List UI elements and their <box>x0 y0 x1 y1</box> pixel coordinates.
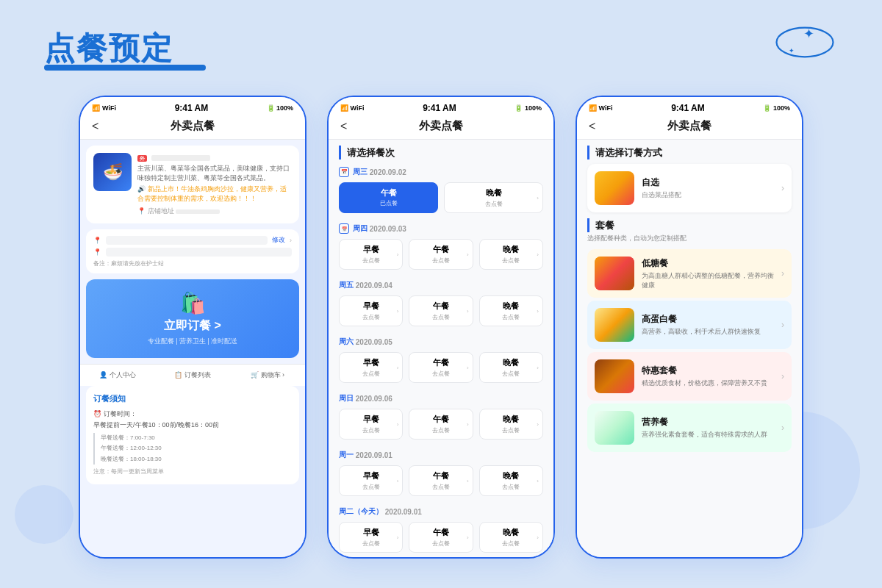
restaurant-img: 🍜 <box>93 153 132 191</box>
low-sugar-desc: 为高血糖人群精心调整的低糖配餐，营养均衡健康 <box>642 271 774 290</box>
meal-dinner-wed[interactable]: 晚餐 去点餐 › <box>444 182 543 213</box>
meal-lunch-wed[interactable]: 午餐 已点餐 <box>339 182 438 213</box>
address-note: 备注：麻烦请先放在护士站 <box>93 259 292 268</box>
nutrition-name: 营养餐 <box>642 416 774 429</box>
meal-dinner-sun[interactable]: 晚餐去点餐› <box>479 409 543 440</box>
day-mon-slots: 早餐去点餐› 午餐去点餐› 晚餐去点餐› <box>329 462 553 502</box>
phone1-nav-title: 外卖点餐 <box>171 119 215 133</box>
day-tue-slots: 早餐去点餐› 午餐去点餐› 晚餐去点餐› <box>329 519 553 559</box>
phone2: 📶 WiFi 9:41 AM 🔋 100% < 外卖点餐 请选择餐次 📅 周三 … <box>327 96 555 559</box>
high-protein-card[interactable]: 高蛋白餐 高营养，高吸收，利于术后人群快速恢复 › <box>587 301 792 349</box>
phone3: 📶 WiFi 9:41 AM 🔋 100% < 外卖点餐 请选择订餐方式 自选 … <box>576 96 803 559</box>
phone2-nav-title: 外卖点餐 <box>419 119 463 133</box>
meal-lunch-sun[interactable]: 午餐去点餐› <box>409 409 473 440</box>
phone3-section-order: 请选择订餐方式 <box>595 147 662 158</box>
low-sugar-arrow: › <box>781 268 784 279</box>
order-btn-icon: 🛍️ <box>98 291 287 315</box>
nutrition-img <box>595 411 634 445</box>
phone3-back-btn[interactable]: < <box>589 120 595 133</box>
meal-breakfast-fri[interactable]: 早餐去点餐› <box>339 295 403 326</box>
day-sat-slots: 早餐去点餐› 午餐去点餐› 晚餐去点餐› <box>329 349 553 389</box>
phone1-back-btn[interactable]: < <box>92 120 98 133</box>
meal-dinner-tue[interactable]: 晚餐去点餐› <box>479 522 543 553</box>
meal-lunch-fri[interactable]: 午餐去点餐› <box>409 295 473 326</box>
day-sat-header: 周六 2020.09.05 <box>329 332 553 349</box>
low-sugar-info: 低糖餐 为高血糖人群精心调整的低糖配餐，营养均衡健康 <box>642 257 774 290</box>
phone1: 📶 WiFi 9:41 AM 🔋100% < 外卖点餐 🍜 外 <box>79 96 306 559</box>
meal-breakfast-thu[interactable]: 早餐去点餐› <box>339 239 403 270</box>
phone3-battery: 🔋 100% <box>763 104 790 112</box>
nav-cart[interactable]: 🛒 购物车 › <box>230 370 305 380</box>
special-img <box>595 359 634 393</box>
high-protein-info: 高蛋白餐 高营养，高吸收，利于术后人群快速恢复 <box>642 313 774 337</box>
meal-lunch-tue[interactable]: 午餐去点餐› <box>409 522 473 553</box>
high-protein-name: 高蛋白餐 <box>642 313 774 326</box>
phone1-battery: 🔋100% <box>267 104 293 112</box>
phone1-content: 🍜 外 主营川菜、粤菜等全国各式菜品，美味健康，支持口味独特定制主营川菜、粤菜等… <box>80 140 305 559</box>
nutrition-arrow: › <box>781 423 784 433</box>
custom-order-img <box>595 171 634 205</box>
restaurant-name: 外 <box>137 153 292 162</box>
meal-dinner-fri[interactable]: 晚餐去点餐› <box>479 295 543 326</box>
phone3-section-set: 套餐 <box>595 220 614 231</box>
high-protein-arrow: › <box>781 320 784 330</box>
meal-dinner-sat[interactable]: 晚餐去点餐› <box>479 352 543 383</box>
low-sugar-card[interactable]: 低糖餐 为高血糖人群精心调整的低糖配餐，营养均衡健康 › <box>587 249 792 298</box>
nutrition-card[interactable]: 营养餐 营养强化素食套餐，适合有特殊需求的人群 › <box>587 404 792 452</box>
day-wed-slots: 午餐 已点餐 晚餐 去点餐 › <box>329 179 553 219</box>
address-row2: 📍 <box>93 248 292 257</box>
cal-icon-wed: 📅 <box>339 167 349 177</box>
day-wed-header: 📅 周三 2020.09.02 <box>329 162 553 179</box>
custom-order-desc: 自选菜品搭配 <box>642 190 774 200</box>
day-fri-slots: 早餐去点餐› 午餐去点餐› 晚餐去点餐› <box>329 293 553 332</box>
notice-note: 注意：每周一更新当周菜单 <box>93 467 292 477</box>
meal-dinner-thu[interactable]: 晚餐去点餐› <box>479 239 543 270</box>
phone1-time: 9:41 AM <box>175 103 209 113</box>
nav-orders[interactable]: 📋 订餐列表 <box>155 370 230 380</box>
high-protein-desc: 高营养，高吸收，利于术后人群快速恢复 <box>642 327 774 337</box>
order-btn-card[interactable]: 🛍️ 立即订餐 > 专业配餐 | 营养卫生 | 准时配送 <box>86 279 299 358</box>
meal-breakfast-tue[interactable]: 早餐去点餐› <box>339 522 403 553</box>
phone1-bottom-nav: 👤 个人中心 📋 订餐列表 🛒 购物车 › <box>80 364 305 386</box>
meal-breakfast-mon[interactable]: 早餐去点餐› <box>339 465 403 496</box>
day-tue-header: 周二（今天） 2020.09.01 <box>329 502 553 519</box>
phone3-navbar: < 外卖点餐 <box>577 116 802 140</box>
deco-orbit: ✦ ✦ <box>772 22 838 62</box>
special-desc: 精选优质食材，价格优惠，保障营养又不贵 <box>642 379 774 388</box>
phone1-status-bar: 📶 WiFi 9:41 AM 🔋100% <box>80 97 305 116</box>
restaurant-info: 外 主营川菜、粤菜等全国各式菜品，美味健康，支持口味独特定制主营川菜、粤菜等全国… <box>137 153 292 216</box>
phone2-navbar: < 外卖点餐 <box>329 116 553 140</box>
meal-lunch-sat[interactable]: 午餐去点餐› <box>409 352 473 383</box>
phone2-back-btn[interactable]: < <box>340 120 347 133</box>
restaurant-desc: 主营川菜、粤菜等全国各式菜品，美味健康，支持口味独特定制主营川菜、粤菜等全国各式… <box>137 164 292 182</box>
special-card[interactable]: 特惠套餐 精选优质食材，价格优惠，保障营养又不贵 › <box>587 352 792 401</box>
day-thu-header: 📅 周四 2020.09.03 <box>329 219 553 236</box>
order-btn-sub: 专业配餐 | 营养卫生 | 准时配送 <box>98 337 287 346</box>
nutrition-info: 营养餐 营养强化素食套餐，适合有特殊需求的人群 <box>642 416 774 440</box>
custom-order-info: 自选 自选菜品搭配 <box>642 176 774 200</box>
page-title: 点餐预定 <box>44 28 173 69</box>
notice-title: 订餐须知 <box>93 393 292 404</box>
meal-lunch-mon[interactable]: 午餐去点餐› <box>409 465 473 496</box>
custom-order-arrow: › <box>781 183 784 193</box>
phone2-time: 9:41 AM <box>423 103 456 113</box>
notice-order-time-value: 早餐提前一天/午餐10：00前/晚餐16：00前 <box>93 420 292 430</box>
cal-icon-thu: 📅 <box>339 223 349 234</box>
restaurant-card[interactable]: 🍜 外 主营川菜、粤菜等全国各式菜品，美味健康，支持口味独特定制主营川菜、粤菜等… <box>86 146 299 223</box>
meal-dinner-mon[interactable]: 晚餐去点餐› <box>479 465 543 496</box>
low-sugar-img <box>595 257 634 290</box>
nav-personal[interactable]: 👤 个人中心 <box>80 370 155 380</box>
phone3-nav-title: 外卖点餐 <box>667 119 711 133</box>
custom-order-card[interactable]: 自选 自选菜品搭配 › <box>587 164 792 212</box>
meal-breakfast-sun[interactable]: 早餐去点餐› <box>339 409 403 440</box>
set-meal-desc: 选择配餐种类，自动为您定制搭配 <box>577 234 802 246</box>
modify-btn[interactable]: 修改 <box>272 235 285 245</box>
phone2-status-bar: 📶 WiFi 9:41 AM 🔋 100% <box>329 97 553 116</box>
custom-order-name: 自选 <box>642 176 774 189</box>
address-value2 <box>106 248 292 257</box>
meal-lunch-thu[interactable]: 午餐去点餐› <box>409 239 473 270</box>
meal-breakfast-sat[interactable]: 早餐去点餐› <box>339 352 403 383</box>
order-btn-text: 立即订餐 > <box>98 318 287 334</box>
day-sun-header: 周日 2020.09.06 <box>329 389 553 406</box>
phone3-time: 9:41 AM <box>671 103 705 113</box>
